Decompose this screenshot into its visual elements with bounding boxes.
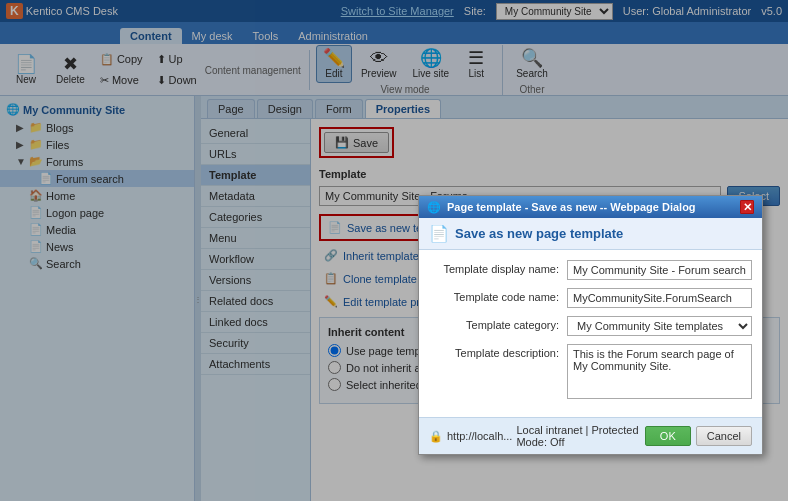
dialog-body: Template display name: Template code nam… [419, 250, 762, 417]
dialog-titlebar: 🌐 Page template - Save as new -- Webpage… [419, 196, 762, 218]
dialog-header: 📄 Save as new page template [419, 218, 762, 250]
dialog-close-button[interactable]: ✕ [740, 200, 754, 214]
code-name-input[interactable] [567, 288, 752, 308]
save-as-new-dialog: 🌐 Page template - Save as new -- Webpage… [418, 195, 763, 455]
dialog-display-name-row: Template display name: [429, 260, 752, 280]
display-name-label: Template display name: [429, 260, 559, 275]
category-label: Template category: [429, 316, 559, 331]
dialog-title-left: 🌐 Page template - Save as new -- Webpage… [427, 201, 696, 214]
dialog-footer-buttons: OK Cancel [645, 426, 752, 446]
description-textarea[interactable]: This is the Forum search page of My Comm… [567, 344, 752, 399]
footer-security-text: Local intranet | Protected Mode: Off [516, 424, 644, 448]
dialog-header-icon: 📄 [429, 224, 449, 243]
dialog-icon: 🌐 [427, 201, 441, 214]
dialog-category-row: Template category: My Community Site tem… [429, 316, 752, 336]
code-name-label: Template code name: [429, 288, 559, 303]
display-name-input[interactable] [567, 260, 752, 280]
description-label: Template description: [429, 344, 559, 359]
dialog-ok-button[interactable]: OK [645, 426, 691, 446]
dialog-footer-url: 🔒 http://localh... Local intranet | Prot… [429, 424, 645, 448]
dialog-cancel-button[interactable]: Cancel [696, 426, 752, 446]
dialog-header-title: Save as new page template [455, 226, 623, 241]
footer-url-text: http://localh... [447, 430, 512, 442]
category-select[interactable]: My Community Site templates [567, 316, 752, 336]
dialog-title: Page template - Save as new -- Webpage D… [447, 201, 696, 213]
lock-icon: 🔒 [429, 430, 443, 443]
dialog-footer: 🔒 http://localh... Local intranet | Prot… [419, 417, 762, 454]
dialog-description-row: Template description: This is the Forum … [429, 344, 752, 399]
dialog-code-name-row: Template code name: [429, 288, 752, 308]
